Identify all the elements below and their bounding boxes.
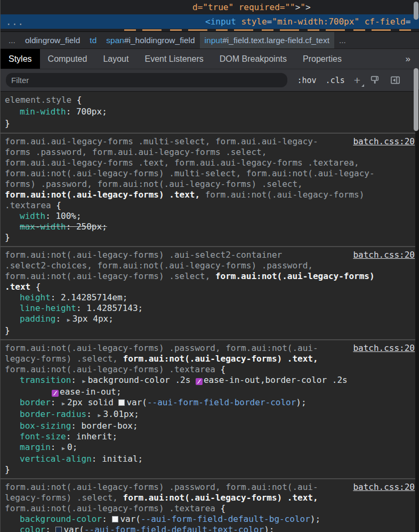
css-variable-link[interactable]: --aui-form-field-default-bg-color bbox=[141, 514, 310, 524]
declaration[interactable]: font-size: inherit; bbox=[5, 431, 415, 442]
tab-dom-breakpoints[interactable]: DOM Breakpoints bbox=[212, 49, 295, 69]
code-row-attrs[interactable]: d="true" required="">"> bbox=[1, 0, 419, 14]
elements-code-rows: d="true" required="">">...<input style="… bbox=[1, 0, 419, 29]
declaration[interactable]: width: 100%; bbox=[5, 211, 415, 222]
css-variable-link[interactable]: --aui-form-field-default-text-color bbox=[84, 525, 264, 532]
stylesheet-link[interactable]: batch.css:20 bbox=[353, 343, 415, 354]
property-name[interactable]: font-size bbox=[20, 431, 66, 441]
expand-arrow-icon[interactable]: ▶ bbox=[66, 317, 72, 323]
rule-close-brace[interactable]: } bbox=[5, 118, 415, 129]
rule-close-brace[interactable]: } bbox=[5, 464, 415, 475]
selector-line[interactable]: .textarea { bbox=[5, 200, 415, 211]
color-swatch[interactable] bbox=[55, 527, 62, 532]
selector-text: form.aui:not(.aui-legacy-forms) .passwor… bbox=[5, 482, 318, 492]
declaration[interactable]: min-width: 700px; bbox=[5, 106, 415, 118]
sidebar-toggle-icon[interactable] bbox=[390, 75, 401, 86]
declaration[interactable]: vertical-align: initial; bbox=[5, 454, 415, 464]
selector-line[interactable]: .select2-choices, form.aui:not(.aui-lega… bbox=[5, 260, 415, 271]
declaration[interactable]: max-width: 250px; bbox=[5, 222, 415, 232]
stylesheet-link[interactable]: batch.css:20 bbox=[353, 136, 415, 147]
breadcrumb-item-0[interactable]: ... bbox=[4, 32, 20, 48]
css-variable-link[interactable]: --aui-form-field-border-color bbox=[147, 397, 296, 407]
expand-arrow-icon[interactable]: ▶ bbox=[82, 378, 88, 384]
property-name[interactable]: padding bbox=[20, 314, 55, 324]
property-name[interactable]: border-radius bbox=[20, 409, 86, 419]
breadcrumb-item-2[interactable]: td bbox=[85, 32, 101, 48]
declaration[interactable]: padding: ▶3px 4px; bbox=[5, 314, 415, 325]
rule-close-brace[interactable]: } bbox=[5, 325, 415, 336]
property-name[interactable]: line-height bbox=[20, 303, 76, 313]
property-name[interactable]: height bbox=[20, 292, 51, 302]
declaration[interactable]: background-color: var(--aui-form-field-d… bbox=[5, 514, 415, 525]
selector-line[interactable]: element.style { bbox=[5, 94, 415, 106]
declaration[interactable]: ease-in-out; bbox=[5, 387, 415, 397]
selector-line[interactable]: legacy-forms) .select, form.aui:not(.aui… bbox=[5, 354, 415, 364]
declaration[interactable]: height: 2.14285714em; bbox=[5, 292, 415, 303]
filter-input[interactable] bbox=[6, 73, 287, 87]
expand-arrow-icon[interactable]: ▶ bbox=[61, 445, 67, 451]
breadcrumb-item-1[interactable]: oldingrow_field bbox=[20, 32, 85, 48]
toggle-element-state-button[interactable]: :hov bbox=[297, 76, 316, 85]
tab-overflow-chevron-icon[interactable]: » bbox=[406, 54, 419, 64]
breadcrumb-item-5[interactable]: ... bbox=[334, 32, 351, 48]
selector-line[interactable]: form.aui:not(.aui-legacy-forms) .multi-s… bbox=[5, 168, 415, 179]
tab-styles[interactable]: Styles bbox=[1, 49, 40, 69]
breadcrumb-item-4[interactable]: input#i_field.text.large-field.cf_text bbox=[200, 32, 334, 48]
styles-scrollbar-thumb[interactable] bbox=[414, 68, 418, 131]
declaration[interactable]: border-radius: ▶3.01px; bbox=[5, 409, 415, 421]
property-name[interactable]: box-sizing bbox=[20, 421, 71, 431]
elements-scrollbar-thumb[interactable] bbox=[414, 2, 418, 20]
tab-event-listeners[interactable]: Event Listeners bbox=[136, 49, 211, 69]
more-items-indicator[interactable]: ... bbox=[6, 17, 24, 27]
selector-line[interactable]: legacy-forms) .select, form.aui:not(.aui… bbox=[5, 493, 415, 503]
selector-line[interactable]: form.aui:not(.aui-legacy-forms) .textare… bbox=[5, 364, 415, 375]
property-name[interactable]: margin bbox=[20, 442, 51, 452]
selector-line[interactable]: batch.css:20form.aui:not(.aui-legacy-for… bbox=[5, 482, 415, 493]
property-name[interactable]: background-color bbox=[20, 514, 102, 524]
code-row-selected-input[interactable]: ...<input style="min-width:700px" cf-fie… bbox=[1, 14, 419, 29]
selector-line[interactable]: batch.css:20form.aui:not(.aui-legacy-for… bbox=[5, 343, 415, 354]
selector-line[interactable]: form.aui:not(.aui-legacy-forms) .textare… bbox=[5, 503, 415, 514]
stylesheet-link[interactable]: batch.css:20 bbox=[353, 482, 415, 493]
tab-properties[interactable]: Properties bbox=[295, 49, 350, 69]
selector-line[interactable]: form.aui:not(.aui-legacy-forms) .text, f… bbox=[5, 190, 415, 200]
selector-line[interactable]: form.aui:not(.aui-legacy-forms) .select,… bbox=[5, 271, 415, 282]
styles-scrollbar-track[interactable] bbox=[415, 89, 419, 532]
declaration[interactable]: color: var(--aui-form-field-default-text… bbox=[5, 525, 415, 532]
property-name[interactable]: vertical-align bbox=[20, 454, 92, 464]
code-token: <input bbox=[205, 17, 236, 27]
tab-layout[interactable]: Layout bbox=[95, 49, 136, 69]
selector-line[interactable]: form.aui.aui-legacy-forms .text, form.au… bbox=[5, 158, 415, 168]
property-name[interactable]: max-width bbox=[20, 222, 66, 232]
selector-line[interactable]: .text { bbox=[5, 282, 415, 292]
stylesheet-link[interactable]: batch.css:20 bbox=[353, 250, 415, 260]
expand-arrow-icon[interactable]: ▶ bbox=[61, 400, 67, 406]
cubic-bezier-icon[interactable] bbox=[52, 390, 59, 397]
declaration[interactable]: box-sizing: border-box; bbox=[5, 421, 415, 431]
property-name[interactable]: transition bbox=[20, 375, 71, 385]
new-style-rule-button[interactable]: + bbox=[354, 76, 360, 85]
property-name[interactable]: border bbox=[20, 397, 51, 407]
tab-computed[interactable]: Computed bbox=[40, 49, 95, 69]
selector-line[interactable]: batch.css:20form.aui.aui-legacy-forms .m… bbox=[5, 136, 415, 147]
property-value: : bbox=[71, 421, 81, 431]
property-name[interactable]: color bbox=[20, 525, 45, 532]
declaration[interactable]: margin: ▶0; bbox=[5, 442, 415, 454]
breadcrumb-item-3[interactable]: span#i_holdingrow_field bbox=[101, 32, 199, 48]
selector-line[interactable]: forms) .password, form.aui:not(.aui-lega… bbox=[5, 179, 415, 190]
selector-line[interactable]: batch.css:20form.aui:not(.aui-legacy-for… bbox=[5, 250, 415, 260]
expand-arrow-icon[interactable]: ▶ bbox=[97, 412, 103, 418]
color-swatch[interactable] bbox=[112, 516, 118, 522]
color-swatch[interactable] bbox=[118, 399, 125, 406]
property-name[interactable]: width bbox=[20, 211, 45, 221]
declaration[interactable]: border: ▶2px solid var(--aui-form-field-… bbox=[5, 397, 415, 409]
cubic-bezier-icon[interactable] bbox=[196, 378, 203, 385]
rule-close-brace[interactable]: } bbox=[5, 232, 415, 243]
selector-text: form.aui:not(.aui-legacy-forms) .passwor… bbox=[5, 343, 318, 353]
declaration[interactable]: transition: ▶background-color .2s ease-i… bbox=[5, 375, 415, 387]
element-classes-button[interactable]: .cls bbox=[326, 76, 345, 85]
selector-line[interactable]: forms .password, form.aui.aui-legacy-for… bbox=[5, 147, 415, 158]
declaration[interactable]: line-height: 1.42857143; bbox=[5, 303, 415, 314]
rendering-emulations-icon[interactable] bbox=[369, 75, 381, 86]
property-name[interactable]: min-width bbox=[20, 107, 66, 117]
